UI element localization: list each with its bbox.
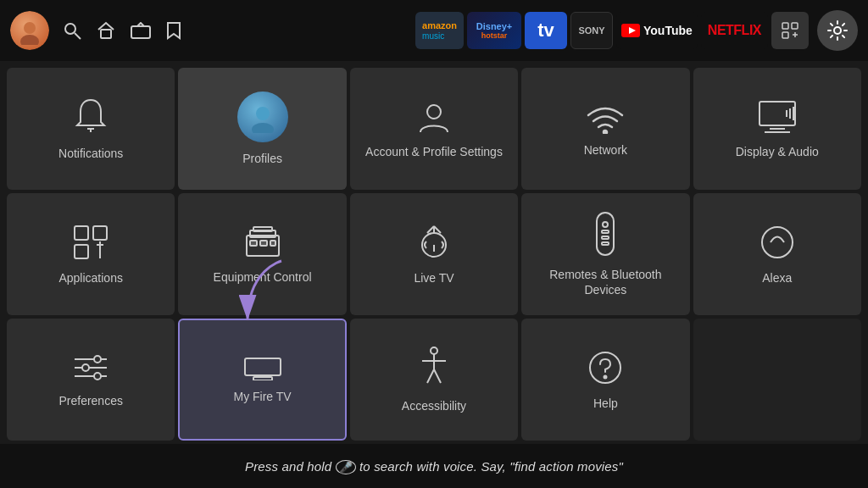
svg-point-14	[834, 27, 841, 34]
app-netflix[interactable]: NETFLIX	[701, 12, 768, 49]
cell-account-label: Account & Profile Settings	[365, 144, 503, 159]
svg-rect-47	[602, 242, 609, 245]
cell-live-tv[interactable]: Live TV	[350, 193, 518, 315]
svg-point-67	[604, 375, 607, 378]
app-sony[interactable]: SONY	[570, 12, 613, 49]
cell-applications[interactable]: Applications	[7, 193, 175, 315]
cell-applications-label: Applications	[58, 270, 123, 286]
nav-apps: amazon music Disney+ hotstar tv SONY You…	[415, 10, 858, 51]
cell-live-tv-label: Live TV	[414, 270, 453, 286]
cell-empty	[693, 319, 861, 441]
cell-alexa-label: Alexa	[762, 270, 792, 286]
cell-profiles-label: Profiles	[242, 151, 282, 166]
svg-point-18	[252, 123, 274, 133]
bookmark-button[interactable]	[166, 21, 181, 40]
cell-network[interactable]: Network	[521, 68, 689, 190]
cell-my-fire-tv-label: My Fire TV	[233, 389, 291, 404]
svg-rect-34	[253, 227, 272, 231]
settings-grid-wrapper: Notifications Profiles	[0, 61, 868, 444]
svg-point-48	[762, 227, 793, 258]
svg-point-1	[20, 35, 39, 45]
svg-rect-28	[93, 226, 107, 240]
cell-help-label: Help	[593, 396, 618, 411]
nav-bar: amazon music Disney+ hotstar tv SONY You…	[0, 0, 868, 61]
cell-help[interactable]: Help	[521, 319, 689, 441]
svg-line-40	[427, 226, 434, 233]
cell-profiles[interactable]: Profiles	[178, 68, 346, 190]
svg-rect-11	[782, 32, 788, 38]
bottom-text: Press and hold 🎤 to search with voice. S…	[245, 459, 623, 474]
cell-notifications-label: Notifications	[58, 146, 123, 161]
svg-line-64	[427, 369, 434, 383]
cell-equipment-control[interactable]: Equipment Control	[178, 193, 346, 315]
svg-rect-37	[270, 241, 275, 246]
cell-accessibility[interactable]: Accessibility	[350, 319, 518, 441]
svg-point-51	[94, 356, 101, 363]
cell-remotes-label: Remotes & Bluetooth Devices	[530, 267, 681, 297]
svg-rect-10	[792, 23, 798, 29]
cell-equipment-control-label: Equipment Control	[214, 269, 312, 285]
svg-rect-4	[101, 30, 111, 38]
cell-network-label: Network	[584, 142, 627, 158]
svg-point-0	[24, 22, 36, 34]
cell-alexa[interactable]: Alexa	[693, 193, 861, 315]
svg-rect-35	[250, 241, 257, 246]
cell-notifications[interactable]: Notifications	[7, 68, 175, 190]
svg-point-61	[431, 347, 437, 354]
svg-rect-36	[260, 241, 267, 246]
svg-rect-59	[253, 377, 272, 380]
svg-point-44	[603, 222, 608, 227]
home-button[interactable]	[97, 21, 115, 40]
cell-display-audio-label: Display & Audio	[736, 144, 819, 159]
search-button[interactable]	[63, 21, 81, 40]
svg-rect-27	[75, 226, 88, 240]
cell-accessibility-label: Accessibility	[402, 398, 466, 413]
svg-point-57	[94, 373, 101, 380]
svg-point-19	[427, 105, 441, 119]
cell-preferences-label: Preferences	[58, 393, 122, 408]
app-amazon-music[interactable]: amazon music	[415, 12, 464, 49]
cell-account[interactable]: Account & Profile Settings	[350, 68, 518, 190]
app-disney[interactable]: Disney+ hotstar	[467, 12, 521, 49]
avatar[interactable]	[10, 11, 49, 50]
svg-line-3	[75, 33, 81, 39]
svg-line-65	[434, 369, 441, 383]
svg-rect-45	[602, 230, 609, 233]
app-youtube[interactable]: YouTube	[616, 12, 698, 49]
app-grid[interactable]	[771, 12, 809, 49]
svg-rect-58	[245, 358, 281, 375]
cell-preferences[interactable]: Preferences	[7, 319, 175, 441]
svg-point-54	[82, 364, 89, 371]
svg-line-41	[434, 226, 441, 233]
svg-point-17	[256, 107, 270, 120]
settings-grid: Notifications Profiles	[0, 61, 868, 444]
settings-button[interactable]	[817, 10, 858, 51]
bottom-bar: Press and hold 🎤 to search with voice. S…	[0, 444, 868, 488]
svg-rect-29	[75, 245, 88, 258]
svg-rect-46	[602, 236, 609, 239]
svg-rect-9	[782, 23, 788, 29]
svg-rect-5	[131, 26, 150, 38]
tv-button[interactable]	[131, 22, 151, 39]
cell-display-audio[interactable]: Display & Audio	[693, 68, 861, 190]
cell-remotes[interactable]: Remotes & Bluetooth Devices	[521, 193, 689, 315]
svg-point-20	[604, 130, 607, 134]
nav-icons	[63, 21, 181, 40]
app-tv[interactable]: tv	[525, 12, 567, 49]
svg-point-2	[65, 24, 75, 34]
cell-my-fire-tv[interactable]: My Fire TV	[178, 319, 346, 441]
